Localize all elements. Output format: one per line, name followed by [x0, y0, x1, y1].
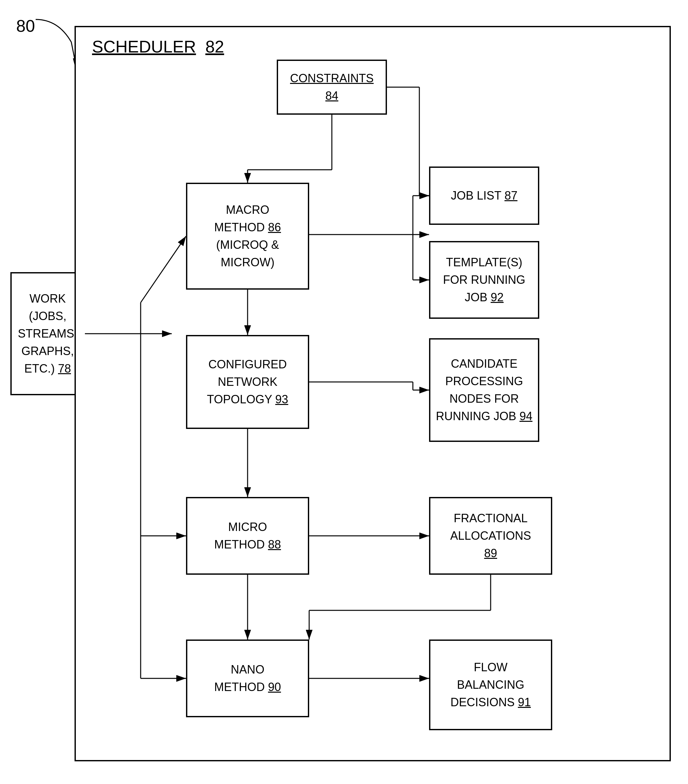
configured-network-box: CONFIGUREDNETWORKTOPOLOGY 93	[186, 335, 309, 429]
work-box-text: WORK (JOBS,STREAMS,GRAPHS,ETC.) 78	[12, 290, 84, 377]
flow-balancing-box: FLOWBALANCINGDECISIONS 91	[429, 639, 552, 730]
arrows-svg	[76, 27, 670, 760]
micro-method-box: MICROMETHOD 88	[186, 497, 309, 575]
page: 80 WORK (JOBS,STREAMS,GRAPHS,ETC.) 78 SC…	[0, 0, 688, 784]
candidate-nodes-box: CANDIDATEPROCESSINGNODES FORRUNNING JOB …	[429, 338, 539, 442]
templates-box: TEMPLATE(S)FOR RUNNINGJOB 92	[429, 241, 539, 319]
scheduler-title: SCHEDULER 82	[92, 37, 224, 56]
nano-method-box: NANOMETHOD 90	[186, 639, 309, 717]
work-box: WORK (JOBS,STREAMS,GRAPHS,ETC.) 78	[10, 272, 85, 395]
macro-method-box: MACROMETHOD 86 (MICROQ &MICROW)	[186, 183, 309, 290]
job-list-box: JOB LIST 87	[429, 166, 539, 225]
constraints-box: CONSTRAINTS 84	[277, 59, 387, 115]
fractional-allocations-box: FRACTIONALALLOCATIONS89	[429, 497, 552, 575]
svg-line-29	[141, 236, 186, 303]
scheduler-box: SCHEDULER 82 CONSTRAINTS 84 MACROMETHOD …	[74, 26, 671, 761]
